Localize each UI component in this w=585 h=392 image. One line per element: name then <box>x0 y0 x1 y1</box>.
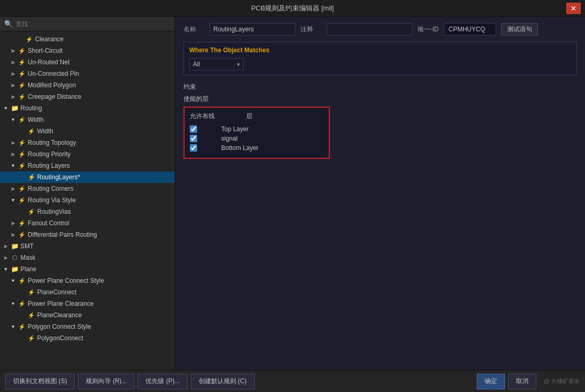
toggle-un-routed-net: ▶ <box>9 59 17 66</box>
comment-label: 注释 <box>301 25 322 34</box>
icon-un-connected-pin: ⚡ <box>18 70 26 78</box>
label-routing: Routing <box>20 105 42 112</box>
toggle-width-item <box>19 128 26 135</box>
btn-priority[interactable]: 优先级 (P)... <box>137 374 187 389</box>
toggle-fanout-control: ▶ <box>9 220 17 227</box>
icon-routing-via-style: ⚡ <box>18 196 26 204</box>
tree-item-power-plane-connect[interactable]: ▼ ⚡ Power Plane Connect Style <box>0 275 175 286</box>
btn-rule-wizard[interactable]: 规则向导 (R)... <box>78 374 134 389</box>
label-routing-corners: Routing Corners <box>28 185 73 192</box>
tree-item-mask[interactable]: ▶ ⬡ Mask <box>0 252 175 263</box>
label-routing-topology: Routing Topology <box>28 139 76 146</box>
tree-item-routing-layers-item[interactable]: ⚡ RoutingLayers* <box>0 171 175 183</box>
tree-item-fanout-control[interactable]: ▶ ⚡ Fanout Control <box>0 217 175 229</box>
icon-un-routed-net: ⚡ <box>18 58 26 66</box>
comment-input[interactable] <box>327 23 412 36</box>
label-modified-polygon: Modified Polygon <box>28 82 76 89</box>
tree-item-plane[interactable]: ▼ 📁 Plane <box>0 263 175 275</box>
tree-item-smt[interactable]: ▶ 📁 SMT <box>0 240 175 252</box>
tree-item-width-item[interactable]: ⚡ Width <box>0 125 175 137</box>
condition-select[interactable]: All Net Net Class Layer Net and Layer <box>189 58 244 71</box>
label-routing-priority: Routing Priority <box>28 151 71 158</box>
checkbox-signal[interactable] <box>190 135 197 142</box>
toggle-smt: ▶ <box>2 243 9 250</box>
where-section: Where The Object Matches All Net Net Cla… <box>183 42 577 75</box>
test-button[interactable]: 测试语句 <box>501 23 538 36</box>
icon-width-group: ⚡ <box>18 116 26 124</box>
tree-item-plane-connect[interactable]: ⚡ PlaneConnect <box>0 286 175 298</box>
tree-item-diff-pairs[interactable]: ▶ ⚡ Differential Pairs Routing <box>0 229 175 240</box>
icon-clearance: ⚡ <box>25 35 33 43</box>
name-input[interactable] <box>210 23 295 36</box>
tree-item-clearance[interactable]: ⚡ Clearance <box>0 33 175 45</box>
layer-name-bottom: Bottom Layer <box>221 144 258 152</box>
icon-creepage-distance: ⚡ <box>18 93 26 101</box>
tree-item-un-routed-net[interactable]: ▶ ⚡ Un-Routed Net <box>0 56 175 68</box>
layer-name-signal: signal <box>221 135 237 142</box>
btn-create-default[interactable]: 创建默认规则 (C) <box>191 374 255 389</box>
tree-item-routing-vias[interactable]: ⚡ RoutingVias <box>0 206 175 217</box>
col-layer: 层 <box>246 112 253 121</box>
toggle-polygon-connect-item <box>19 335 26 342</box>
layer-row-signal: signal <box>190 135 324 142</box>
label-short-circuit: Short-Circuit <box>28 47 63 54</box>
btn-switch-doc-view[interactable]: 切换到文档视图 (S) <box>5 374 75 389</box>
tree-item-modified-polygon[interactable]: ▶ ⚡ Modified Polygon <box>0 79 175 91</box>
btn-ok[interactable]: 确定 <box>477 374 505 389</box>
tree-item-routing-topology[interactable]: ▶ ⚡ Routing Topology <box>0 137 175 148</box>
toggle-un-connected-pin: ▶ <box>9 70 17 77</box>
label-diff-pairs: Differential Pairs Routing <box>28 231 97 238</box>
bottom-bar: 切换到文档视图 (S) 规则向导 (R)... 优先级 (P)... 创建默认规… <box>0 370 585 392</box>
label-plane-clearance: PlaneClearance <box>37 312 82 319</box>
toggle-mask: ▶ <box>2 254 9 261</box>
toggle-diff-pairs: ▶ <box>9 231 17 238</box>
checkbox-top-layer[interactable] <box>190 125 197 133</box>
tree-item-width-group[interactable]: ▼ ⚡ Width <box>0 114 175 125</box>
label-routing-layers-item: RoutingLayers* <box>37 174 80 181</box>
toggle-creepage-distance: ▶ <box>9 93 17 100</box>
icon-power-plane-connect: ⚡ <box>18 276 26 285</box>
label-plane: Plane <box>20 266 37 273</box>
toggle-width-group: ▼ <box>9 116 17 123</box>
toggle-short-circuit: ▶ <box>9 47 17 54</box>
toggle-routing-layers-item <box>19 174 26 181</box>
icon-smt: 📁 <box>10 242 19 250</box>
toggle-modified-polygon: ▶ <box>9 82 17 89</box>
icon-routing-layers: ⚡ <box>18 162 26 170</box>
icon-short-circuit: ⚡ <box>18 47 26 55</box>
icon-routing: 📁 <box>10 104 19 112</box>
tree-item-creepage-distance[interactable]: ▶ ⚡ Creepage Distance <box>0 91 175 102</box>
window-title: PCB规则及约束编辑器 [mil] <box>19 4 566 13</box>
tree-item-short-circuit[interactable]: ▶ ⚡ Short-Circuit <box>0 45 175 56</box>
tree-item-routing-via-style[interactable]: ▼ ⚡ Routing Via Style <box>0 194 175 206</box>
close-button[interactable]: ✕ <box>566 3 581 14</box>
tree-item-routing[interactable]: ▼ 📁 Routing <box>0 102 175 114</box>
label-power-plane-clearance: Power Plane Clearance <box>28 300 94 307</box>
constraints-section: 约束 使能的层 允许布线 层 Top Layer <box>183 83 577 159</box>
layer-name-top: Top Layer <box>221 125 249 133</box>
name-label: 名称 <box>183 25 204 34</box>
search-input[interactable] <box>16 20 170 28</box>
condition-select-wrapper: All Net Net Class Layer Net and Layer ▼ <box>189 58 244 71</box>
tree-item-routing-priority[interactable]: ▶ ⚡ Routing Priority <box>0 148 175 160</box>
tree-item-polygon-connect[interactable]: ▼ ⚡ Polygon Connect Style <box>0 321 175 332</box>
label-width-group: Width <box>28 116 44 123</box>
toggle-plane: ▼ <box>2 266 9 273</box>
tree-container: ⚡ Clearance ▶ ⚡ Short-Circuit ▶ ⚡ Un-Rou… <box>0 31 175 370</box>
label-polygon-connect-item: PolygonConnect <box>37 335 83 342</box>
label-clearance: Clearance <box>35 36 64 43</box>
icon-routing-priority: ⚡ <box>18 150 26 158</box>
icon-fanout-control: ⚡ <box>18 219 26 227</box>
checkbox-bottom-layer[interactable] <box>190 144 197 152</box>
tree-item-power-plane-clearance[interactable]: ▼ ⚡ Power Plane Clearance <box>0 298 175 309</box>
label-mask: Mask <box>20 254 36 261</box>
btn-cancel[interactable]: 取消 <box>508 374 536 389</box>
tree-item-plane-clearance[interactable]: ⚡ PlaneClearance <box>0 309 175 321</box>
tree-item-un-connected-pin[interactable]: ▶ ⚡ Un-Connected Pin <box>0 68 175 79</box>
icon-power-plane-clearance: ⚡ <box>18 299 26 308</box>
tree-item-routing-layers[interactable]: ▼ ⚡ Routing Layers <box>0 160 175 171</box>
tree-item-routing-corners[interactable]: ▶ ⚡ Routing Corners <box>0 183 175 194</box>
tree-item-polygon-connect-item[interactable]: ⚡ PolygonConnect <box>0 332 175 344</box>
icon-diff-pairs: ⚡ <box>18 230 26 239</box>
icon-modified-polygon: ⚡ <box>18 81 26 89</box>
